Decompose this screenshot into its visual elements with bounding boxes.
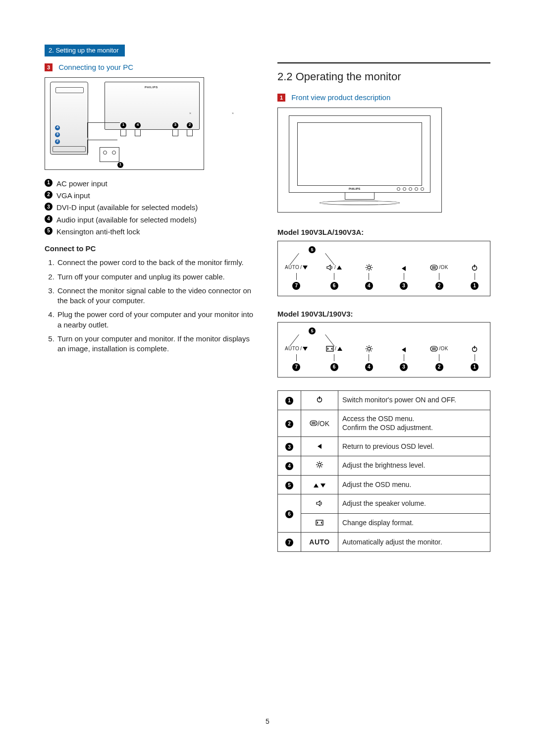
svg-marker-17 <box>331 347 333 350</box>
svg-point-0 <box>368 266 371 269</box>
svg-line-44 <box>317 462 318 463</box>
svg-line-23 <box>367 346 368 347</box>
panel-button-1: 1 <box>466 264 483 290</box>
func-row-2: 2/OKAccess the OSD menu.Confirm the OSD … <box>278 410 490 437</box>
step-5: Turn on your computer and monitor. If th… <box>56 334 258 354</box>
section-heading: 2.2 Operating the monitor <box>277 66 490 84</box>
func-row-6a: 6Adjust the speaker volume. <box>278 494 490 514</box>
pc-port-3: 3 <box>55 132 60 137</box>
right-column: 2.2 Operating the monitor 1 Front view p… <box>277 62 490 552</box>
step-title-text: Connecting to your PC <box>58 63 133 71</box>
connect-steps: Connect the power cord to the back of th… <box>45 258 258 354</box>
func-row-4: 4Adjust the brightness level. <box>278 456 490 475</box>
panel-button-3: 3 <box>395 266 412 290</box>
step-4: Plug the power cord of your computer and… <box>56 310 258 330</box>
step-1: Connect the power cord to the back of th… <box>56 258 258 268</box>
svg-point-39 <box>318 463 321 466</box>
connection-diagram: 4 3 2 ×× 1 4 <box>45 77 204 170</box>
svg-line-26 <box>371 346 372 347</box>
svg-line-45 <box>321 466 322 467</box>
legend-item-4: 4Audio input (available for selected mod… <box>45 215 258 225</box>
step-1-title: 1 Front view product description <box>277 93 490 103</box>
chapter-tab: 2. Setting up the monitor <box>45 45 125 56</box>
mon-port-4: 4 <box>135 122 141 136</box>
step-3: Connect the monitor signal cable to the … <box>56 286 258 306</box>
svg-line-47 <box>321 462 322 463</box>
mon-port-2: 2 <box>187 122 193 136</box>
step-badge-1: 1 <box>277 94 285 102</box>
svg-line-24 <box>371 350 372 351</box>
callout-5: 5 <box>309 246 316 253</box>
socket-callout-1: 1 <box>117 162 123 168</box>
legend-item-3: 3DVI-D input (available for selected mod… <box>45 203 258 213</box>
mon-port-3: 3 <box>172 122 178 136</box>
connect-head: Connect to PC <box>45 244 258 254</box>
svg-line-25 <box>367 350 368 351</box>
step-title-text: Front view product description <box>291 93 390 102</box>
button-row-variant-1: 5 AUTO/7/643/OK21 <box>277 241 490 296</box>
callout-5: 5 <box>309 327 316 334</box>
svg-line-6 <box>371 269 372 270</box>
page-number: 5 <box>0 717 535 726</box>
func-row-5: 5Adjust the OSD menu. <box>278 475 490 494</box>
panel-button-7: AUTO/7 <box>285 264 308 290</box>
svg-marker-50 <box>321 521 322 524</box>
svg-marker-49 <box>317 521 319 524</box>
diagram-legend: 1AC power input 2VGA input 3DVI-D input … <box>45 179 258 237</box>
svg-marker-16 <box>327 347 329 350</box>
pc-port-4: 4 <box>55 125 60 130</box>
panel-button-2: /OK2 <box>430 264 448 290</box>
function-table: 1Switch monitor's power ON and OFF.2/OKA… <box>277 390 490 552</box>
pc-tower: 4 3 2 <box>50 82 88 155</box>
step-2: Turn off your computer and unplug its po… <box>56 272 258 282</box>
left-column: 3 Connecting to your PC 4 3 2 ×× <box>45 62 258 552</box>
legend-item-5: 5Kensington anti-theft lock <box>45 227 258 237</box>
panel-button-2: /OK2 <box>430 345 448 371</box>
step-badge-3: 3 <box>45 63 53 71</box>
legend-item-1: 1AC power input <box>45 179 258 189</box>
front-view-diagram: PHILIPS <box>277 108 442 213</box>
panel-button-7: AUTO/7 <box>285 345 308 371</box>
panel-button-1: 1 <box>466 345 483 371</box>
variant-1-label: Model 190V3LA/190V3A: <box>277 227 490 237</box>
func-row-3: 3Return to previous OSD level. <box>278 437 490 456</box>
legend-item-2: 2VGA input <box>45 191 258 201</box>
panel-button-4: 4 <box>361 264 377 290</box>
panel-button-6: /6 <box>326 345 343 371</box>
svg-line-8 <box>371 265 372 266</box>
button-row-variant-2: 5 AUTO/7/643/OK21 <box>277 322 490 378</box>
func-row-7: 7AUTOAutomatically adjust the monitor. <box>278 533 490 552</box>
mon-port-1: 1 <box>120 122 126 136</box>
svg-line-7 <box>367 269 368 270</box>
func-row-1: 1Switch monitor's power ON and OFF. <box>278 390 490 410</box>
svg-point-18 <box>368 347 371 350</box>
step-3-title: 3 Connecting to your PC <box>45 62 258 72</box>
svg-line-5 <box>367 265 368 266</box>
variant-2-label: Model 190V3L/190V3: <box>277 309 490 319</box>
panel-button-4: 4 <box>361 345 377 371</box>
panel-button-3: 3 <box>395 347 412 371</box>
panel-button-6: /6 <box>326 264 343 290</box>
pc-port-2: 2 <box>55 139 60 144</box>
svg-line-46 <box>317 466 318 467</box>
func-row-6b: Change display format. <box>278 513 490 533</box>
